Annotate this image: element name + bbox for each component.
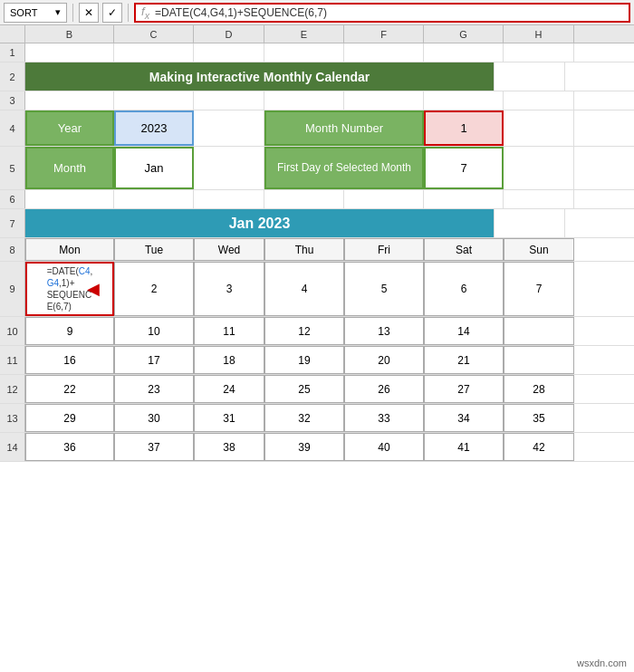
cell-cal-r1-fri[interactable]: 5 <box>344 262 424 316</box>
cell-cal-r6-tue[interactable]: 37 <box>114 433 194 461</box>
cell-month-number-label[interactable]: Month Number <box>264 110 424 146</box>
cell-f1[interactable] <box>344 43 424 62</box>
confirm-btn[interactable]: ✓ <box>102 3 122 23</box>
cell-cal-r6-sun[interactable]: 42 <box>504 433 574 461</box>
cell-e6[interactable] <box>264 190 344 208</box>
cell-day-tue[interactable]: Tue <box>114 238 194 261</box>
cell-cal-r4-mon[interactable]: 22 <box>25 375 114 403</box>
cell-cal-r2-thu[interactable]: 12 <box>264 317 344 345</box>
title-text: Making Interactive Monthly Calendar <box>149 70 370 84</box>
cell-cal-r4-wed[interactable]: 24 <box>194 375 264 403</box>
cell-cal-r4-fri[interactable]: 26 <box>344 375 424 403</box>
cell-b3[interactable] <box>25 91 114 110</box>
cell-month-number-value[interactable]: 1 <box>424 110 504 146</box>
cell-d1[interactable] <box>194 43 264 62</box>
cell-cal-r1-tue[interactable]: 2 <box>114 262 194 316</box>
cell-cal-r4-thu[interactable]: 25 <box>264 375 344 403</box>
cell-year-value[interactable]: 2023 <box>114 110 194 146</box>
row-num-14: 14 <box>0 433 25 461</box>
cell-f6[interactable] <box>344 190 424 208</box>
cell-g3[interactable] <box>424 91 504 110</box>
cell-day-wed[interactable]: Wed <box>194 238 264 261</box>
cell-cal-r3-tue[interactable]: 17 <box>114 346 194 374</box>
cell-cal-r6-mon[interactable]: 36 <box>25 433 114 461</box>
cell-h7[interactable] <box>495 209 565 237</box>
cell-cal-r2-sun[interactable] <box>504 317 574 345</box>
cell-day-sat[interactable]: Sat <box>424 238 504 261</box>
cell-cal-r5-tue[interactable]: 30 <box>114 404 194 432</box>
cell-day-thu[interactable]: Thu <box>264 238 344 261</box>
cell-day-fri[interactable]: Fri <box>344 238 424 261</box>
cell-cal-r6-sat[interactable]: 41 <box>424 433 504 461</box>
cell-cal-r6-fri[interactable]: 40 <box>344 433 424 461</box>
cell-first-day-value[interactable]: 7 <box>424 147 504 189</box>
cell-cal-r5-sat[interactable]: 34 <box>424 404 504 432</box>
cell-cal-r3-thu[interactable]: 19 <box>264 346 344 374</box>
cell-cal-r6-wed[interactable]: 38 <box>194 433 264 461</box>
toolbar: SORT ▾ ✕ ✓ fx =DATE(C4,G4,1)+SEQUENCE(6,… <box>0 0 634 25</box>
name-box[interactable]: SORT ▾ <box>4 3 67 23</box>
col-header-d: D <box>194 25 264 43</box>
cell-c6[interactable] <box>114 190 194 208</box>
cell-cal-r2-sat[interactable]: 14 <box>424 317 504 345</box>
cell-cal-r1-thu[interactable]: 4 <box>264 262 344 316</box>
cell-cal-r3-sun[interactable] <box>504 346 574 374</box>
formula-bar[interactable]: fx =DATE(C4,G4,1)+SEQUENCE(6,7) <box>134 3 630 23</box>
day-wed: Wed <box>218 244 240 256</box>
cell-g6[interactable] <box>424 190 504 208</box>
cell-d3[interactable] <box>194 91 264 110</box>
cell-b1[interactable] <box>25 43 114 62</box>
cell-c3[interactable] <box>114 91 194 110</box>
cell-cal-r4-sun[interactable]: 28 <box>504 375 574 403</box>
cell-cal-r2-wed[interactable]: 11 <box>194 317 264 345</box>
grid-row-10: 10 9 10 11 12 13 14 <box>0 317 634 346</box>
cell-cal-r1-sat[interactable]: 6 <box>424 262 504 316</box>
dropdown-icon: ▾ <box>55 6 61 18</box>
cell-c1[interactable] <box>114 43 194 62</box>
cell-calendar-title[interactable]: Jan 2023 <box>25 209 495 237</box>
cell-h1[interactable] <box>504 43 574 62</box>
cell-h2[interactable] <box>495 62 565 91</box>
cell-cal-r2-fri[interactable]: 13 <box>344 317 424 345</box>
cell-cal-r3-wed[interactable]: 18 <box>194 346 264 374</box>
cell-cal-r3-fri[interactable]: 20 <box>344 346 424 374</box>
cell-h3[interactable] <box>504 91 574 110</box>
cell-cal-r4-tue[interactable]: 23 <box>114 375 194 403</box>
row-num-3: 3 <box>0 91 25 110</box>
cell-year-label[interactable]: Year <box>25 110 114 146</box>
cell-cal-r2-tue[interactable]: 10 <box>114 317 194 345</box>
cell-cal-r2-mon[interactable]: 9 <box>25 317 114 345</box>
cell-g1[interactable] <box>424 43 504 62</box>
cell-cal-r1-wed[interactable]: 3 <box>194 262 264 316</box>
col-header-g: G <box>424 25 504 43</box>
cell-month-value[interactable]: Jan <box>114 147 194 189</box>
cell-cal-r3-mon[interactable]: 16 <box>25 346 114 374</box>
cell-f3[interactable] <box>344 91 424 110</box>
cell-month-label[interactable]: Month <box>25 147 114 189</box>
cell-e3[interactable] <box>264 91 344 110</box>
cell-cal-r5-fri[interactable]: 33 <box>344 404 424 432</box>
cell-cal-r6-thu[interactable]: 39 <box>264 433 344 461</box>
cell-h5[interactable] <box>504 147 574 189</box>
cell-title[interactable]: Making Interactive Monthly Calendar <box>25 62 495 91</box>
cell-d5[interactable] <box>194 147 264 189</box>
cell-cal-r5-mon[interactable]: 29 <box>25 404 114 432</box>
cell-b6[interactable] <box>25 190 114 208</box>
cell-first-day-label[interactable]: First Day of Selected Month <box>264 147 424 189</box>
row-num-10: 10 <box>0 317 25 345</box>
cell-cal-r3-sat[interactable]: 21 <box>424 346 504 374</box>
cell-cal-r5-sun[interactable]: 35 <box>504 404 574 432</box>
cancel-btn[interactable]: ✕ <box>79 3 99 23</box>
cell-day-mon[interactable]: Mon <box>25 238 114 261</box>
cell-cal-r5-thu[interactable]: 32 <box>264 404 344 432</box>
cell-formula[interactable]: =DATE(C4,G4,1)+SEQUENCE(6,7) <box>25 262 114 316</box>
cell-cal-r1-sun[interactable]: 7 <box>504 262 574 316</box>
cell-cal-r5-wed[interactable]: 31 <box>194 404 264 432</box>
cell-h4[interactable] <box>504 110 574 146</box>
cell-day-sun[interactable]: Sun <box>504 238 574 261</box>
cell-h6[interactable] <box>504 190 574 208</box>
cell-e1[interactable] <box>264 43 344 62</box>
cell-cal-r4-sat[interactable]: 27 <box>424 375 504 403</box>
cell-d4[interactable] <box>194 110 264 146</box>
cell-d6[interactable] <box>194 190 264 208</box>
